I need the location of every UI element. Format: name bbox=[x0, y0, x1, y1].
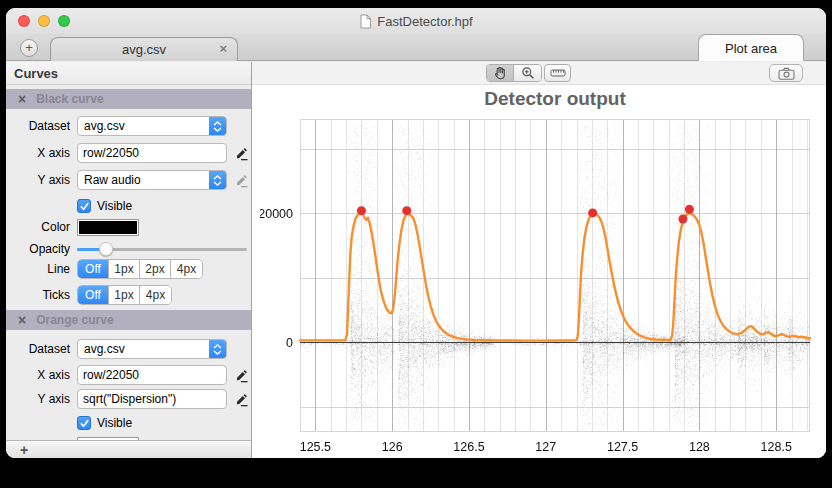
slider-knob[interactable] bbox=[99, 242, 113, 256]
app-window: FastDetector.hpf + avg.csv × Plot area C… bbox=[6, 8, 826, 458]
ticks-segmented: Off1px4px bbox=[77, 285, 172, 305]
dataset-value: avg.csv bbox=[78, 342, 125, 356]
x-tick-label: 126.5 bbox=[453, 440, 484, 454]
visible-row: Visible bbox=[6, 412, 251, 434]
add-document-tab-button[interactable]: + bbox=[20, 39, 38, 57]
visible-label: Visible bbox=[97, 199, 132, 213]
tab-avg-csv[interactable]: avg.csv × bbox=[50, 37, 238, 61]
x-tick-label: 127 bbox=[535, 440, 556, 454]
title-bar[interactable]: FastDetector.hpf bbox=[6, 8, 826, 34]
edit-pencil-icon[interactable] bbox=[234, 392, 249, 407]
ruler-tool-icon[interactable] bbox=[544, 64, 571, 82]
zoom-in-tool-icon[interactable] bbox=[514, 65, 541, 81]
y-axis-label: Y axis bbox=[6, 173, 70, 187]
segment-off[interactable]: Off bbox=[78, 286, 109, 304]
y-axis-value: Raw audio bbox=[78, 173, 141, 187]
section-header-black-curve: × Black curve bbox=[6, 89, 251, 109]
edit-pencil-icon[interactable] bbox=[234, 146, 249, 161]
color-swatch[interactable] bbox=[77, 219, 139, 236]
sidebar-title: Curves bbox=[14, 66, 58, 81]
visible-checkbox[interactable] bbox=[77, 416, 91, 430]
y-tick-label: 0 bbox=[286, 336, 293, 350]
line-width-segmented: Off1px2px4px bbox=[77, 259, 203, 279]
x-axis-input[interactable] bbox=[77, 365, 227, 385]
sidebar-bottom-bar: + bbox=[6, 440, 251, 458]
x-tick-label: 126 bbox=[382, 440, 403, 454]
opacity-row: Opacity bbox=[6, 238, 251, 260]
segment-2px[interactable]: 2px bbox=[140, 260, 171, 278]
orange-curve-line bbox=[300, 213, 810, 340]
curves-sidebar: Curves × Black curve Dataset avg.csv bbox=[6, 62, 252, 458]
plot-area-tab-label: Plot area bbox=[725, 41, 777, 56]
x-axis-label: X axis bbox=[6, 146, 70, 160]
segment-4px[interactable]: 4px bbox=[171, 260, 202, 278]
select-stepper-icon bbox=[209, 117, 226, 135]
peak-marker[interactable] bbox=[678, 215, 687, 224]
segment-1px[interactable]: 1px bbox=[109, 286, 140, 304]
y-axis-label: Y axis bbox=[6, 392, 70, 406]
close-tab-icon[interactable]: × bbox=[219, 41, 227, 56]
x-tick-label: 128 bbox=[689, 440, 710, 454]
section-title: Orange curve bbox=[36, 313, 113, 327]
line-label: Line bbox=[6, 262, 70, 276]
x-tick-label: 125.5 bbox=[300, 440, 331, 454]
remove-black-curve-icon[interactable]: × bbox=[18, 92, 26, 106]
peak-marker[interactable] bbox=[357, 206, 366, 215]
y-axis-input[interactable] bbox=[77, 389, 227, 409]
visible-row: Visible bbox=[6, 195, 251, 217]
dataset-select[interactable]: avg.csv bbox=[77, 339, 227, 359]
y-axis-row: Y axis bbox=[6, 388, 251, 410]
edit-pencil-icon-disabled[interactable] bbox=[234, 173, 249, 188]
segment-1px[interactable]: 1px bbox=[109, 260, 140, 278]
plot-main: Detector output 200000125.5126126.512712… bbox=[252, 62, 826, 458]
visible-checkbox[interactable] bbox=[77, 199, 91, 213]
tool-segmented-control bbox=[486, 64, 542, 82]
x-tick-label: 127.5 bbox=[607, 440, 638, 454]
x-axis-label: X axis bbox=[6, 368, 70, 382]
select-stepper-icon bbox=[209, 340, 226, 358]
close-window-button[interactable] bbox=[18, 15, 30, 27]
traffic-lights bbox=[18, 15, 70, 27]
tab-plot-area[interactable]: Plot area bbox=[698, 34, 804, 61]
document-tab-bar: + avg.csv × Plot area bbox=[6, 34, 826, 61]
chart-title: Detector output bbox=[300, 88, 810, 110]
minimize-window-button[interactable] bbox=[38, 15, 50, 27]
content-area: Curves × Black curve Dataset avg.csv bbox=[6, 62, 826, 458]
segment-4px[interactable]: 4px bbox=[140, 286, 171, 304]
select-stepper-icon bbox=[209, 171, 226, 189]
window-title-area: FastDetector.hpf bbox=[6, 8, 826, 34]
dataset-label: Dataset bbox=[6, 119, 70, 133]
y-axis-select[interactable]: Raw audio bbox=[77, 170, 227, 190]
dataset-value: avg.csv bbox=[78, 119, 125, 133]
y-tick-label: 20000 bbox=[260, 207, 293, 221]
color-label: Color bbox=[6, 220, 70, 234]
x-axis-input[interactable] bbox=[77, 143, 227, 163]
dataset-row: Dataset avg.csv bbox=[6, 338, 251, 360]
plot-toolbar bbox=[252, 62, 826, 85]
peak-marker[interactable] bbox=[588, 208, 597, 217]
edit-pencil-icon[interactable] bbox=[234, 368, 249, 383]
dataset-select[interactable]: avg.csv bbox=[77, 116, 227, 136]
opacity-label: Opacity bbox=[6, 242, 70, 256]
x-axis-row: X axis bbox=[6, 142, 251, 164]
window-title: FastDetector.hpf bbox=[377, 14, 472, 29]
x-tick-label: 128.5 bbox=[761, 440, 792, 454]
y-axis-row: Y axis Raw audio bbox=[6, 169, 251, 191]
remove-orange-curve-icon[interactable]: × bbox=[18, 313, 26, 327]
hand-tool-icon[interactable] bbox=[487, 65, 514, 81]
peak-marker[interactable] bbox=[685, 205, 694, 214]
line-row: Line Off1px2px4px bbox=[6, 258, 251, 280]
dataset-label: Dataset bbox=[6, 342, 70, 356]
document-icon bbox=[359, 14, 372, 29]
camera-icon bbox=[778, 67, 795, 80]
plot-grid: 200000125.5126126.5127127.5128128.5 bbox=[260, 111, 826, 458]
add-curve-button[interactable]: + bbox=[20, 443, 28, 457]
section-header-orange-curve: × Orange curve bbox=[6, 310, 251, 330]
tab-label: avg.csv bbox=[122, 42, 166, 57]
section-title: Black curve bbox=[36, 92, 103, 106]
peak-marker[interactable] bbox=[402, 206, 411, 215]
zoom-window-button[interactable] bbox=[58, 15, 70, 27]
opacity-slider[interactable] bbox=[77, 242, 247, 256]
segment-off[interactable]: Off bbox=[78, 260, 109, 278]
snapshot-button[interactable] bbox=[769, 64, 803, 82]
